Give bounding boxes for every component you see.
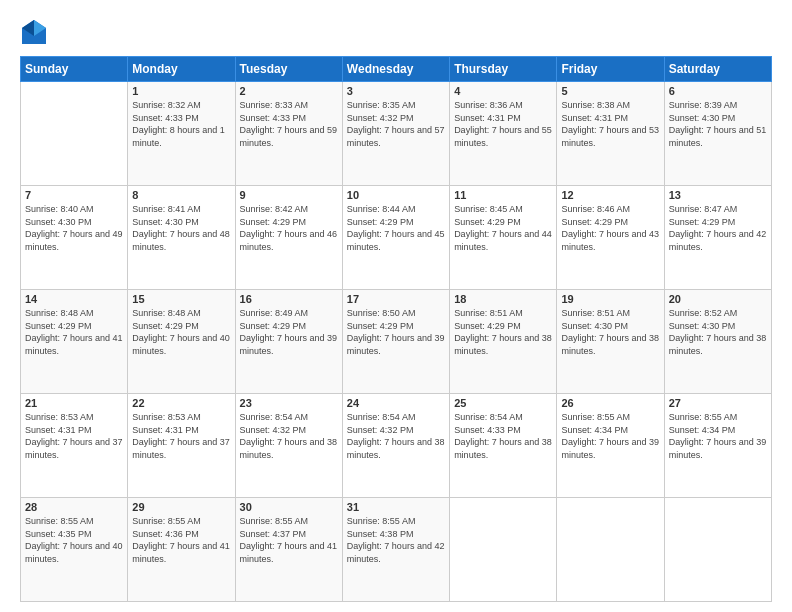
day-info: Sunrise: 8:53 AMSunset: 4:31 PMDaylight:…	[132, 411, 230, 461]
day-number: 30	[240, 501, 338, 513]
calendar-cell	[21, 82, 128, 186]
day-number: 24	[347, 397, 445, 409]
day-number: 28	[25, 501, 123, 513]
day-number: 27	[669, 397, 767, 409]
day-number: 9	[240, 189, 338, 201]
week-row-2: 14Sunrise: 8:48 AMSunset: 4:29 PMDayligh…	[21, 290, 772, 394]
day-info: Sunrise: 8:44 AMSunset: 4:29 PMDaylight:…	[347, 203, 445, 253]
day-number: 31	[347, 501, 445, 513]
day-info: Sunrise: 8:55 AMSunset: 4:35 PMDaylight:…	[25, 515, 123, 565]
day-number: 4	[454, 85, 552, 97]
calendar-table: SundayMondayTuesdayWednesdayThursdayFrid…	[20, 56, 772, 602]
calendar-cell	[450, 498, 557, 602]
calendar-cell: 16Sunrise: 8:49 AMSunset: 4:29 PMDayligh…	[235, 290, 342, 394]
week-row-4: 28Sunrise: 8:55 AMSunset: 4:35 PMDayligh…	[21, 498, 772, 602]
day-number: 22	[132, 397, 230, 409]
day-info: Sunrise: 8:55 AMSunset: 4:37 PMDaylight:…	[240, 515, 338, 565]
calendar-cell: 1Sunrise: 8:32 AMSunset: 4:33 PMDaylight…	[128, 82, 235, 186]
header-day-monday: Monday	[128, 57, 235, 82]
day-info: Sunrise: 8:41 AMSunset: 4:30 PMDaylight:…	[132, 203, 230, 253]
day-info: Sunrise: 8:55 AMSunset: 4:34 PMDaylight:…	[669, 411, 767, 461]
calendar-cell: 15Sunrise: 8:48 AMSunset: 4:29 PMDayligh…	[128, 290, 235, 394]
day-info: Sunrise: 8:53 AMSunset: 4:31 PMDaylight:…	[25, 411, 123, 461]
day-info: Sunrise: 8:51 AMSunset: 4:29 PMDaylight:…	[454, 307, 552, 357]
day-info: Sunrise: 8:39 AMSunset: 4:30 PMDaylight:…	[669, 99, 767, 149]
calendar-cell: 18Sunrise: 8:51 AMSunset: 4:29 PMDayligh…	[450, 290, 557, 394]
day-info: Sunrise: 8:49 AMSunset: 4:29 PMDaylight:…	[240, 307, 338, 357]
calendar-cell: 12Sunrise: 8:46 AMSunset: 4:29 PMDayligh…	[557, 186, 664, 290]
day-number: 13	[669, 189, 767, 201]
day-info: Sunrise: 8:51 AMSunset: 4:30 PMDaylight:…	[561, 307, 659, 357]
calendar-cell: 29Sunrise: 8:55 AMSunset: 4:36 PMDayligh…	[128, 498, 235, 602]
day-info: Sunrise: 8:36 AMSunset: 4:31 PMDaylight:…	[454, 99, 552, 149]
day-info: Sunrise: 8:47 AMSunset: 4:29 PMDaylight:…	[669, 203, 767, 253]
day-info: Sunrise: 8:54 AMSunset: 4:32 PMDaylight:…	[347, 411, 445, 461]
day-info: Sunrise: 8:54 AMSunset: 4:33 PMDaylight:…	[454, 411, 552, 461]
header-day-sunday: Sunday	[21, 57, 128, 82]
day-info: Sunrise: 8:40 AMSunset: 4:30 PMDaylight:…	[25, 203, 123, 253]
week-row-3: 21Sunrise: 8:53 AMSunset: 4:31 PMDayligh…	[21, 394, 772, 498]
day-number: 12	[561, 189, 659, 201]
week-row-1: 7Sunrise: 8:40 AMSunset: 4:30 PMDaylight…	[21, 186, 772, 290]
day-info: Sunrise: 8:42 AMSunset: 4:29 PMDaylight:…	[240, 203, 338, 253]
calendar-cell: 5Sunrise: 8:38 AMSunset: 4:31 PMDaylight…	[557, 82, 664, 186]
header-day-friday: Friday	[557, 57, 664, 82]
day-number: 29	[132, 501, 230, 513]
day-number: 3	[347, 85, 445, 97]
header-day-saturday: Saturday	[664, 57, 771, 82]
day-info: Sunrise: 8:48 AMSunset: 4:29 PMDaylight:…	[132, 307, 230, 357]
calendar-cell: 10Sunrise: 8:44 AMSunset: 4:29 PMDayligh…	[342, 186, 449, 290]
calendar-cell: 11Sunrise: 8:45 AMSunset: 4:29 PMDayligh…	[450, 186, 557, 290]
calendar-cell	[664, 498, 771, 602]
day-number: 11	[454, 189, 552, 201]
day-number: 21	[25, 397, 123, 409]
day-info: Sunrise: 8:50 AMSunset: 4:29 PMDaylight:…	[347, 307, 445, 357]
day-info: Sunrise: 8:55 AMSunset: 4:38 PMDaylight:…	[347, 515, 445, 565]
day-number: 10	[347, 189, 445, 201]
calendar-cell: 31Sunrise: 8:55 AMSunset: 4:38 PMDayligh…	[342, 498, 449, 602]
day-number: 1	[132, 85, 230, 97]
day-number: 18	[454, 293, 552, 305]
day-number: 25	[454, 397, 552, 409]
day-info: Sunrise: 8:32 AMSunset: 4:33 PMDaylight:…	[132, 99, 230, 149]
page: SundayMondayTuesdayWednesdayThursdayFrid…	[0, 0, 792, 612]
day-number: 14	[25, 293, 123, 305]
calendar-cell: 14Sunrise: 8:48 AMSunset: 4:29 PMDayligh…	[21, 290, 128, 394]
calendar-cell: 21Sunrise: 8:53 AMSunset: 4:31 PMDayligh…	[21, 394, 128, 498]
calendar-cell: 27Sunrise: 8:55 AMSunset: 4:34 PMDayligh…	[664, 394, 771, 498]
calendar-cell: 9Sunrise: 8:42 AMSunset: 4:29 PMDaylight…	[235, 186, 342, 290]
calendar-cell: 8Sunrise: 8:41 AMSunset: 4:30 PMDaylight…	[128, 186, 235, 290]
day-number: 5	[561, 85, 659, 97]
day-number: 8	[132, 189, 230, 201]
calendar-cell: 23Sunrise: 8:54 AMSunset: 4:32 PMDayligh…	[235, 394, 342, 498]
day-info: Sunrise: 8:35 AMSunset: 4:32 PMDaylight:…	[347, 99, 445, 149]
calendar-cell: 6Sunrise: 8:39 AMSunset: 4:30 PMDaylight…	[664, 82, 771, 186]
day-number: 17	[347, 293, 445, 305]
logo	[20, 18, 52, 46]
calendar-cell: 17Sunrise: 8:50 AMSunset: 4:29 PMDayligh…	[342, 290, 449, 394]
header-day-thursday: Thursday	[450, 57, 557, 82]
day-info: Sunrise: 8:46 AMSunset: 4:29 PMDaylight:…	[561, 203, 659, 253]
day-info: Sunrise: 8:33 AMSunset: 4:33 PMDaylight:…	[240, 99, 338, 149]
week-row-0: 1Sunrise: 8:32 AMSunset: 4:33 PMDaylight…	[21, 82, 772, 186]
calendar-cell: 13Sunrise: 8:47 AMSunset: 4:29 PMDayligh…	[664, 186, 771, 290]
calendar-body: 1Sunrise: 8:32 AMSunset: 4:33 PMDaylight…	[21, 82, 772, 602]
day-info: Sunrise: 8:45 AMSunset: 4:29 PMDaylight:…	[454, 203, 552, 253]
day-number: 26	[561, 397, 659, 409]
day-number: 15	[132, 293, 230, 305]
day-number: 16	[240, 293, 338, 305]
calendar-header: SundayMondayTuesdayWednesdayThursdayFrid…	[21, 57, 772, 82]
header-day-tuesday: Tuesday	[235, 57, 342, 82]
calendar-cell: 22Sunrise: 8:53 AMSunset: 4:31 PMDayligh…	[128, 394, 235, 498]
calendar-cell: 25Sunrise: 8:54 AMSunset: 4:33 PMDayligh…	[450, 394, 557, 498]
calendar-cell: 28Sunrise: 8:55 AMSunset: 4:35 PMDayligh…	[21, 498, 128, 602]
day-info: Sunrise: 8:48 AMSunset: 4:29 PMDaylight:…	[25, 307, 123, 357]
day-number: 20	[669, 293, 767, 305]
calendar-cell: 24Sunrise: 8:54 AMSunset: 4:32 PMDayligh…	[342, 394, 449, 498]
calendar-cell: 2Sunrise: 8:33 AMSunset: 4:33 PMDaylight…	[235, 82, 342, 186]
day-info: Sunrise: 8:52 AMSunset: 4:30 PMDaylight:…	[669, 307, 767, 357]
calendar-cell: 19Sunrise: 8:51 AMSunset: 4:30 PMDayligh…	[557, 290, 664, 394]
calendar-cell: 26Sunrise: 8:55 AMSunset: 4:34 PMDayligh…	[557, 394, 664, 498]
calendar-cell: 7Sunrise: 8:40 AMSunset: 4:30 PMDaylight…	[21, 186, 128, 290]
calendar-cell: 20Sunrise: 8:52 AMSunset: 4:30 PMDayligh…	[664, 290, 771, 394]
